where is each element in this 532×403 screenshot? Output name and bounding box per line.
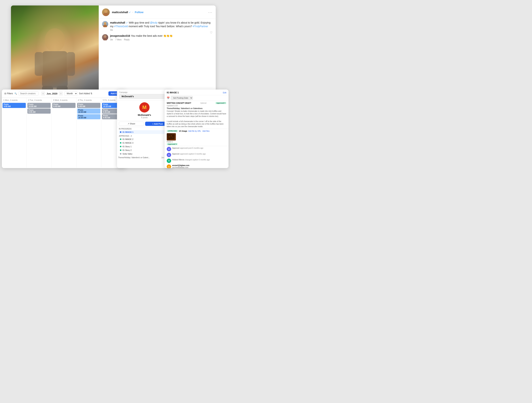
detail-card: IG IMAGE 1 Edit 📅 Set Posting Date WRITT… [165,89,228,168]
cal-event[interactable]: Posts8:45 AM [77,103,100,108]
ig-caption-text: With guy time and @truly rippin' you kno… [110,21,210,28]
detail-comment-content-2: Approver approved caption 6 months ago [172,153,226,157]
ig-comment-text: You make the best ads ever 👏👏👏 [131,34,173,37]
ig-follow-button[interactable]: Follow [135,11,144,14]
detail-edit-button[interactable]: Edit [223,92,226,94]
camp-item-solia-valey[interactable]: Solia Valey [119,152,170,156]
ig-comment-avatar [102,34,108,40]
add-file-url-link[interactable]: Add file by URL [188,130,201,132]
cal-month-select[interactable]: Month [64,91,77,96]
detail-comments-area: A Approver approved post 6 months ago A … [165,146,228,168]
svg-point-11 [103,38,107,40]
cal-day-events-3: Posts8:45 AM [51,102,76,167]
cal-event[interactable]: Posts9:45 AM [27,109,51,114]
camp-brand-name: McDonald's [138,114,151,116]
detail-optional-label: Optional [200,102,206,104]
campaign-card: Campaign McDonald's M McDonald's 6 posts… [117,89,172,168]
camp-item-dot [120,131,121,133]
camp-item-dot [120,153,121,155]
camp-item-dot [120,146,121,147]
ig-caption-body: mattcutshall ✓ With guy time and @truly … [110,21,212,31]
calendar-toolbar: ⊟ Filters 🔍 ‹ Jun, 2020 › Month Sort Add… [2,89,126,98]
camp-share-button[interactable]: ↗ Share [119,122,144,126]
ig-comment-like-icon[interactable]: ♡ [210,31,212,34]
detail-comment-avatar-3: H [167,159,171,163]
detail-approved-badge: Approved ▾ [215,102,226,104]
detail-comment-content-4: arozerl@dglaw.com arozerl@dglaw.com Repl… [172,164,226,168]
camp-item-dot [120,142,121,144]
cal-event[interactable]: Posts10:30 AM [77,114,100,119]
detail-concept-updated: Updated 1/15 [167,105,226,107]
svg-point-0 [45,28,65,52]
camp-item-ig-story-2[interactable]: IG Story 2 [119,148,170,152]
share-icon: ↗ [128,123,129,125]
search-icon: 🔍 [14,93,17,95]
camp-brand-select[interactable]: McDonald's [119,94,170,99]
detail-frame-label: Frame 1 [167,141,178,143]
cal-event[interactable]: Posts10:00 AM [27,103,51,108]
camp-actions: ↗ Share + Add Post [117,121,172,127]
cal-prev-button[interactable]: ‹ [41,92,45,96]
camp-item-ig-story-1[interactable]: IG Story 1 [119,145,170,148]
ig-caption-avatar [102,21,108,27]
camp-item-dot [120,149,121,151]
camp-logo-area: M McDonald's 6 posts [117,100,172,121]
cal-event[interactable]: Posts10:30 AM [77,109,100,114]
svg-rect-3 [67,52,75,76]
svg-point-8 [104,22,106,25]
cal-sort-control[interactable]: Sort Added ⇅ [79,92,92,95]
detail-content-title: 1/1 Image [179,130,187,132]
detail-content-header: APPROVED 1/1 Image Add file by URL Add f… [167,130,226,132]
cal-event[interactable]: Posts8:45 AM [52,103,76,108]
detail-comment-avatar-4: a [167,164,171,168]
ig-more-button[interactable]: ··· [208,10,212,14]
detail-frame-info: Frame 1 Approved ▾ [167,133,178,145]
cal-next-button[interactable]: › [59,92,63,96]
cal-month-label: Jun, 2020 [46,92,58,95]
ig-username-block: mattcutshall ✓ · Follow [112,11,144,14]
camp-item-ig-image-2[interactable]: IG IMAGE 2 [119,137,170,141]
camp-date-item: Theme/Holiday: Valentine's or Galent... … [117,156,172,159]
search-creators-input[interactable] [19,92,38,96]
detail-content-links: Add file by URL Add files [188,130,209,132]
detail-concept-header: WRITTEN CONCEPT DRAFT Optional Approved … [167,102,226,104]
calendar-grid: 1 Mon, 2 events Posts9:00 AM 2 Tue, 4 ev… [2,98,126,167]
detail-concept-theme: Theme/Holiday: Valentine's or Galentines [167,107,226,109]
ig-caption-meta: 3w [110,29,212,31]
ig-verified-badge: ✓ [129,11,131,14]
camp-item-ig-image-3[interactable]: IG IMAGE 3 [119,141,170,145]
svg-point-10 [104,35,106,38]
ig-comment-body: jessgonzalez316 You make the best ads ev… [110,34,212,41]
cal-day-header-4: 4 Thu, 4 events [76,98,101,102]
cal-day-header-1: 1 Mon, 2 events [2,98,26,102]
ig-separator: · [132,11,133,14]
detail-frame: Frame 1 Approved ▾ [167,133,226,145]
sort-icon: ⇅ [90,92,92,95]
cal-day-events-1: Posts9:00 AM [2,102,26,167]
cal-event[interactable]: Posts9:00 AM [3,103,26,108]
mcd-m-letter: M [142,105,146,110]
add-files-link[interactable]: Add files [203,130,209,132]
calendar-nav: ‹ Jun, 2020 › [41,92,63,96]
detail-content-section: APPROVED 1/1 Image Add file by URL Add f… [165,129,228,146]
detail-concept-text: Concept: Simple no-bake cheesecake is ma… [167,110,226,128]
calendar-card: ⊟ Filters 🔍 ‹ Jun, 2020 › Month Sort Add… [2,89,126,168]
posting-date-select[interactable]: Set Posting Date [171,96,193,100]
camp-label: Campaign [119,91,170,93]
camp-item-ig-image-1[interactable]: IG IMAGE 1 ⋮ [119,130,170,134]
ig-comment-item: jessgonzalez316 You make the best ads ev… [102,34,212,41]
camp-date-label: Theme/Holiday: Valentine's or Galent... [118,156,150,159]
detail-comment-approver-2: A Approver approved caption 6 months ago [167,153,226,157]
filters-button[interactable]: ⊟ Filters [4,92,13,95]
detail-concept-section: WRITTEN CONCEPT DRAFT Optional Approved … [165,101,228,129]
detail-comment-content-1: Approver approved post 6 months ago [172,147,226,151]
cal-day-header-2: 2 Tue, 4 events [27,98,51,102]
camp-item-label: IG IMAGE 1 [122,131,166,133]
svg-point-7 [103,13,108,16]
detail-comment-arozerl: a arozerl@dglaw.com arozerl@dglaw.com Re… [167,164,226,168]
cal-day-2: 2 Tue, 4 events Posts10:00 AM Posts9:45 … [27,98,51,167]
detail-comment-approver-1: A Approver approved post 6 months ago [167,147,226,151]
cal-day-1: 1 Mon, 2 events Posts9:00 AM [2,98,27,167]
camp-header: Campaign McDonald's [117,89,172,100]
detail-content-badge: APPROVED [167,130,178,132]
